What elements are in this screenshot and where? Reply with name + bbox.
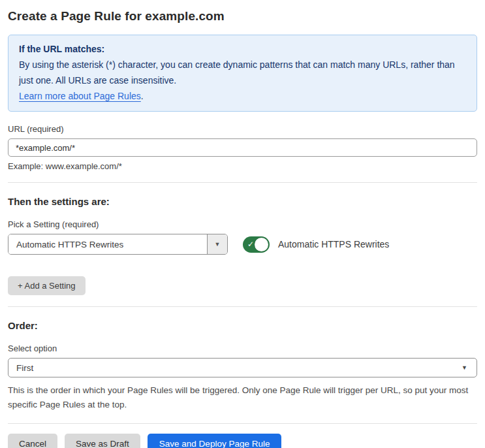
order-select[interactable]: First ▼ <box>8 358 477 377</box>
order-select-value: First <box>16 363 33 373</box>
order-section-heading: Order: <box>8 320 477 331</box>
setting-select-arrow-button[interactable]: ▼ <box>207 234 227 254</box>
url-matches-info-box: If the URL matches: By using the asteris… <box>8 35 477 112</box>
footer-action-bar: Cancel Save as Draft Save and Deploy Pag… <box>8 434 477 448</box>
check-icon: ✓ <box>247 240 254 249</box>
toggle-knob <box>255 238 268 251</box>
setting-toggle-label: Automatic HTTPS Rewrites <box>278 239 389 249</box>
info-box-link-line: Learn more about Page Rules. <box>19 88 466 104</box>
cancel-button[interactable]: Cancel <box>8 434 57 448</box>
url-field-label: URL (required) <box>8 124 477 134</box>
setting-toggle-group: ✓ Automatic HTTPS Rewrites <box>243 236 389 253</box>
order-helper-text: This is the order in which your Page Rul… <box>8 383 477 412</box>
save-and-deploy-button[interactable]: Save and Deploy Page Rule <box>148 434 282 448</box>
info-box-body: By using the asterisk (*) character, you… <box>19 57 466 88</box>
url-example-helper: Example: www.example.com/* <box>8 161 477 171</box>
chevron-down-icon: ▼ <box>462 364 467 371</box>
link-suffix: . <box>141 91 144 101</box>
setting-toggle[interactable]: ✓ <box>243 236 270 253</box>
pick-setting-label: Pick a Setting (required) <box>8 219 477 229</box>
order-select-label: Select option <box>8 344 477 353</box>
url-input[interactable] <box>8 138 477 157</box>
page-title: Create a Page Rule for example.com <box>8 9 477 24</box>
save-as-draft-button[interactable]: Save as Draft <box>65 434 140 448</box>
setting-select-value: Automatic HTTPS Rewrites <box>8 234 207 254</box>
divider <box>8 306 477 307</box>
info-box-heading: If the URL matches: <box>19 41 466 57</box>
add-setting-button[interactable]: + Add a Setting <box>8 276 86 295</box>
setting-row: Automatic HTTPS Rewrites ▼ ✓ Automatic H… <box>8 234 477 255</box>
divider <box>8 423 477 424</box>
divider <box>8 182 477 183</box>
settings-section-heading: Then the settings are: <box>8 196 477 207</box>
chevron-down-icon: ▼ <box>215 241 221 248</box>
setting-select[interactable]: Automatic HTTPS Rewrites ▼ <box>8 234 228 255</box>
create-page-rule-panel: Create a Page Rule for example.com If th… <box>0 0 485 448</box>
learn-more-link[interactable]: Learn more about Page Rules <box>19 91 141 101</box>
